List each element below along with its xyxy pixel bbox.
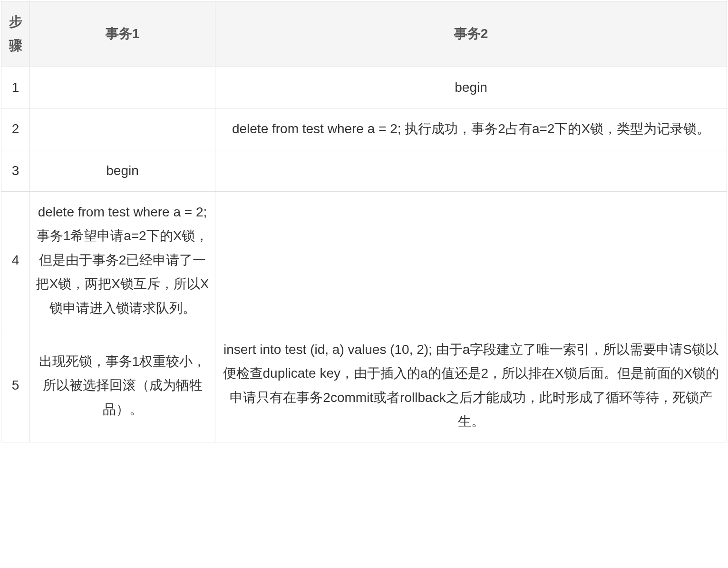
table-header-row: 步骤 事务1 事务2 bbox=[1, 1, 727, 67]
cell-tx2: begin bbox=[215, 67, 727, 108]
cell-step: 3 bbox=[1, 150, 30, 191]
cell-tx2 bbox=[215, 191, 727, 329]
cell-tx1 bbox=[30, 67, 215, 108]
cell-tx2 bbox=[215, 150, 727, 191]
table-row: 4 delete from test where a = 2; 事务1希望申请a… bbox=[1, 191, 727, 329]
cell-step: 5 bbox=[1, 329, 30, 442]
cell-step: 2 bbox=[1, 108, 30, 150]
cell-tx1: 出现死锁，事务1权重较小，所以被选择回滚（成为牺牲品）。 bbox=[30, 329, 215, 442]
cell-tx1 bbox=[30, 108, 215, 150]
cell-tx2: insert into test (id, a) values (10, 2);… bbox=[215, 329, 727, 442]
header-step: 步骤 bbox=[1, 1, 30, 67]
deadlock-steps-table: 步骤 事务1 事务2 1 begin 2 delete from test wh… bbox=[1, 1, 727, 442]
cell-tx1: begin bbox=[30, 150, 215, 191]
table-row: 5 出现死锁，事务1权重较小，所以被选择回滚（成为牺牲品）。 insert in… bbox=[1, 329, 727, 442]
cell-step: 1 bbox=[1, 67, 30, 108]
header-transaction-2: 事务2 bbox=[215, 1, 727, 67]
table-row: 1 begin bbox=[1, 67, 727, 108]
cell-step: 4 bbox=[1, 191, 30, 329]
header-transaction-1: 事务1 bbox=[30, 1, 215, 67]
cell-tx1: delete from test where a = 2; 事务1希望申请a=2… bbox=[30, 191, 215, 329]
table-row: 2 delete from test where a = 2; 执行成功，事务2… bbox=[1, 108, 727, 150]
cell-tx2: delete from test where a = 2; 执行成功，事务2占有… bbox=[215, 108, 727, 150]
table-row: 3 begin bbox=[1, 150, 727, 191]
